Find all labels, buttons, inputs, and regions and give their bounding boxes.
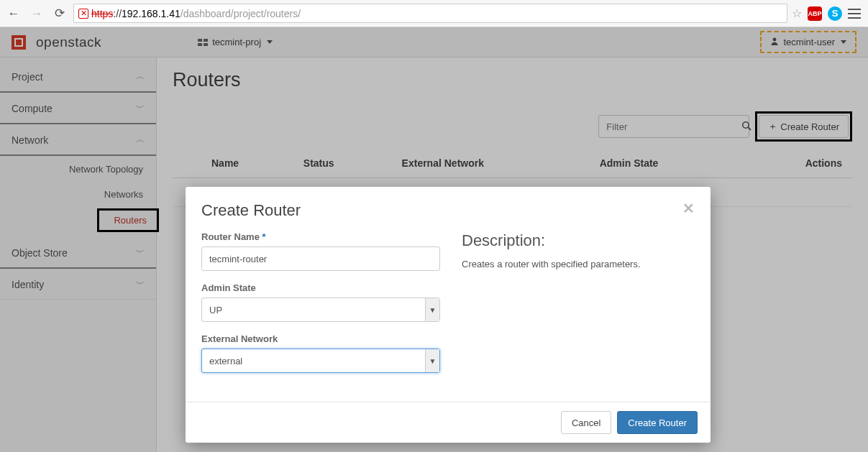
description-text: Creates a router with specified paramete… <box>462 259 695 269</box>
skype-icon[interactable]: S <box>828 6 842 21</box>
external-network-select[interactable]: external ▼ <box>201 349 440 373</box>
chevron-down-icon: ▼ <box>425 298 439 321</box>
reload-button[interactable]: ⟳ <box>50 4 69 23</box>
create-router-modal: Create Router ✕ Router Name * Admin Stat… <box>186 187 711 443</box>
chevron-down-icon: ▼ <box>425 349 439 372</box>
admin-state-select[interactable]: UP ▼ <box>201 298 440 322</box>
url-scheme: https <box>91 8 113 19</box>
adblock-icon[interactable]: ABP <box>808 6 822 21</box>
router-name-input[interactable] <box>201 246 440 271</box>
close-icon[interactable]: ✕ <box>682 201 695 216</box>
url-bar[interactable]: ✕ https://192.168.1.41/dashboard/project… <box>73 4 787 23</box>
cancel-button[interactable]: Cancel <box>561 411 611 434</box>
external-network-label: External Network <box>201 333 440 344</box>
modal-title: Create Router <box>201 201 301 220</box>
bookmark-star-icon[interactable]: ☆ <box>792 6 802 20</box>
browser-menu-icon[interactable] <box>848 9 861 19</box>
description-heading: Description: <box>462 231 695 250</box>
external-network-value: external <box>209 356 242 366</box>
admin-state-value: UP <box>209 305 222 315</box>
browser-chrome: ← → ⟳ ✕ https://192.168.1.41/dashboard/p… <box>0 0 868 27</box>
admin-state-label: Admin State <box>201 282 440 293</box>
submit-create-router-button[interactable]: Create Router <box>617 411 698 434</box>
router-name-label: Router Name * <box>201 231 440 242</box>
insecure-https-icon: ✕ <box>78 9 88 19</box>
url-path: /dashboard/project/routers/ <box>181 8 301 19</box>
forward-button: → <box>27 4 46 23</box>
url-host: 192.168.1.41 <box>122 8 181 19</box>
back-button[interactable]: ← <box>4 4 23 23</box>
